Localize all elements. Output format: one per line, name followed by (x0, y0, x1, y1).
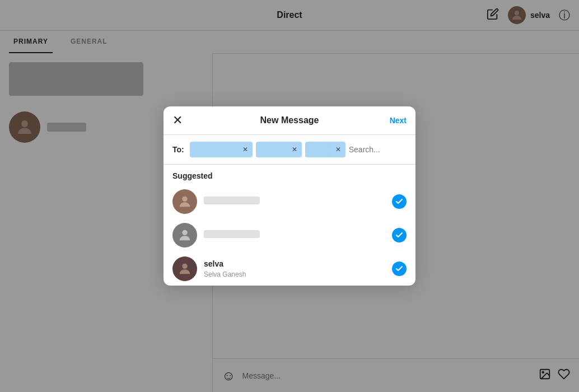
recipient-tag-1[interactable]: ✕ (190, 142, 253, 157)
suggested-avatar-3 (172, 256, 197, 281)
recipient-remove-3[interactable]: ✕ (335, 146, 341, 153)
suggested-avatar-1 (172, 189, 197, 214)
search-input[interactable] (349, 145, 407, 154)
suggested-info-3: selva Selva Ganesh (204, 259, 385, 278)
svg-point-6 (182, 264, 187, 269)
svg-point-5 (182, 230, 187, 235)
modal-to-row: To: ✕ ✕ ✕ (164, 135, 415, 165)
check-icon-2 (392, 228, 407, 242)
modal-header: ✕ New Message Next (164, 106, 415, 135)
suggested-fullname-3: Selva Ganesh (204, 270, 385, 278)
modal-next-button[interactable]: Next (390, 116, 407, 125)
svg-point-4 (182, 197, 187, 202)
modal-scroll-area[interactable]: Suggested (164, 165, 415, 286)
check-icon-3 (392, 262, 407, 276)
modal-close-button[interactable]: ✕ (172, 114, 183, 127)
modal-overlay: ✕ New Message Next To: ✕ ✕ ✕ (0, 0, 579, 392)
new-message-modal: ✕ New Message Next To: ✕ ✕ ✕ (164, 106, 415, 286)
suggested-name-1 (204, 197, 260, 204)
recipient-tag-text-2 (260, 146, 288, 153)
to-label: To: (172, 145, 184, 154)
suggested-label: Suggested (164, 165, 415, 185)
suggested-item-2[interactable] (164, 218, 415, 252)
modal-title: New Message (260, 115, 319, 125)
suggested-item-3[interactable]: selva Selva Ganesh (164, 252, 415, 286)
recipient-tag-3[interactable]: ✕ (305, 142, 345, 157)
suggested-avatar-2 (172, 223, 197, 248)
recipient-remove-1[interactable]: ✕ (242, 146, 248, 153)
recipient-remove-2[interactable]: ✕ (292, 146, 297, 153)
suggested-name-3: selva (204, 259, 260, 268)
recipient-tag-text-1 (194, 146, 239, 153)
suggested-item-1[interactable] (164, 185, 415, 218)
recipient-tag-text-3 (310, 146, 332, 153)
suggested-info-1 (204, 197, 385, 207)
recipient-tag-2[interactable]: ✕ (256, 142, 302, 157)
suggested-name-2 (204, 230, 260, 238)
check-icon-1 (392, 194, 407, 209)
suggested-info-2 (204, 230, 385, 240)
recipients-area: ✕ ✕ ✕ (190, 142, 407, 157)
